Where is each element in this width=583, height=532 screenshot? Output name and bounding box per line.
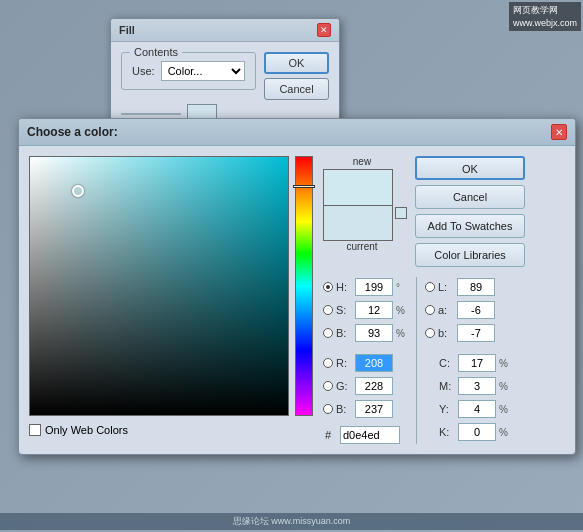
action-buttons: OK Cancel Add To Swatches Color Librarie… (415, 156, 525, 267)
hue-slider-indicator (293, 185, 315, 188)
current-color-box (323, 205, 393, 241)
fill-contents-legend: Contents (130, 46, 182, 58)
h-label: H: (336, 281, 352, 293)
a-label: a: (438, 304, 454, 316)
right-panel: new current (323, 156, 565, 444)
hex-input[interactable]: d0e4ed (340, 426, 400, 444)
watermark-top: 网页教学网 www.webjx.com (509, 2, 581, 31)
hue-slider[interactable] (295, 156, 313, 416)
color-field-cursor (72, 185, 84, 197)
fill-use-label: Use: (132, 65, 155, 77)
a-radio[interactable] (425, 305, 435, 315)
new-color-box (323, 169, 393, 205)
r-input[interactable]: 208 (355, 354, 393, 372)
current-label: current (346, 241, 377, 252)
y-input[interactable]: 4 (458, 400, 496, 418)
color-values-area: H: 199 ° S: 12 % B: 93 (323, 277, 565, 444)
y-row: Y: 4 % (425, 399, 511, 419)
web-colors-label: Only Web Colors (45, 424, 128, 436)
b2-label: B: (336, 403, 352, 415)
color-libraries-button[interactable]: Color Libraries (415, 243, 525, 267)
c-label: C: (439, 357, 455, 369)
g-row: G: 228 (323, 376, 408, 396)
hex-row: # d0e4ed (323, 426, 408, 444)
b-label: B: (336, 327, 352, 339)
a-row: a: -6 (425, 300, 511, 320)
g-input[interactable]: 228 (355, 377, 393, 395)
add-to-swatches-button[interactable]: Add To Swatches (415, 214, 525, 238)
lab-cmyk-col: L: 89 a: -6 b: -7 (425, 277, 511, 444)
l-input[interactable]: 89 (457, 278, 495, 296)
fill-contents-group: Contents Use: Color... (121, 52, 256, 90)
fill-action-buttons: OK Cancel (264, 52, 329, 100)
h-radio[interactable] (323, 282, 333, 292)
k-label: K: (439, 426, 455, 438)
fill-dialog-close-button[interactable]: ✕ (317, 23, 331, 37)
s-radio[interactable] (323, 305, 333, 315)
g-label: G: (336, 380, 352, 392)
r-row: R: 208 (323, 353, 408, 373)
alert-icon (395, 191, 409, 205)
web-colors-checkbox[interactable] (29, 424, 41, 436)
l-row: L: 89 (425, 277, 511, 297)
b-unit: % (396, 328, 408, 339)
r-radio[interactable] (323, 358, 333, 368)
k-row: K: 0 % (425, 422, 511, 442)
h-input[interactable]: 199 (355, 278, 393, 296)
small-color-preview (395, 207, 407, 219)
hsb-rgb-col: H: 199 ° S: 12 % B: 93 (323, 277, 408, 444)
values-divider (416, 277, 417, 444)
fill-dialog-titlebar: Fill ✕ (111, 19, 339, 42)
b2-radio[interactable] (323, 404, 333, 414)
lab-b-label: b: (438, 327, 454, 339)
b2-row: B: 237 (323, 399, 408, 419)
r-label: R: (336, 357, 352, 369)
lab-b-input[interactable]: -7 (457, 324, 495, 342)
c-input[interactable]: 17 (458, 354, 496, 372)
g-radio[interactable] (323, 381, 333, 391)
l-label: L: (438, 281, 454, 293)
y-label: Y: (439, 403, 455, 415)
y-unit: % (499, 404, 511, 415)
s-unit: % (396, 305, 408, 316)
web-colors-row: Only Web Colors (29, 424, 289, 436)
l-radio[interactable] (425, 282, 435, 292)
fill-dialog-title: Fill (119, 24, 135, 36)
color-dialog-titlebar: Choose a color: ✕ (19, 119, 575, 146)
color-cancel-button[interactable]: Cancel (415, 185, 525, 209)
color-picker-area: Only Web Colors (29, 156, 313, 444)
b2-input[interactable]: 237 (355, 400, 393, 418)
c-row: C: 17 % (425, 353, 511, 373)
h-row: H: 199 ° (323, 277, 408, 297)
s-input[interactable]: 12 (355, 301, 393, 319)
k-input[interactable]: 0 (458, 423, 496, 441)
color-dialog-title: Choose a color: (27, 125, 118, 139)
b-input[interactable]: 93 (355, 324, 393, 342)
s-label: S: (336, 304, 352, 316)
color-ok-button[interactable]: OK (415, 156, 525, 180)
s-row: S: 12 % (323, 300, 408, 320)
b-row: B: 93 % (323, 323, 408, 343)
m-row: M: 3 % (425, 376, 511, 396)
fill-cancel-button[interactable]: Cancel (264, 78, 329, 100)
h-unit: ° (396, 282, 408, 293)
fill-ok-button[interactable]: OK (264, 52, 329, 74)
lab-b-row: b: -7 (425, 323, 511, 343)
color-dialog: Choose a color: ✕ Only Web Colors (18, 118, 576, 455)
k-unit: % (499, 427, 511, 438)
m-unit: % (499, 381, 511, 392)
hex-label: # (325, 429, 337, 441)
fill-use-row: Use: Color... (132, 61, 245, 81)
color-field[interactable] (29, 156, 289, 416)
watermark-bottom: 思缘论坛 www.missyuan.com (0, 513, 583, 530)
b-radio[interactable] (323, 328, 333, 338)
c-unit: % (499, 358, 511, 369)
a-input[interactable]: -6 (457, 301, 495, 319)
color-dialog-body: Only Web Colors new (19, 146, 575, 454)
lab-b-radio[interactable] (425, 328, 435, 338)
fill-use-select[interactable]: Color... (161, 61, 245, 81)
color-dialog-close-button[interactable]: ✕ (551, 124, 567, 140)
m-label: M: (439, 380, 455, 392)
m-input[interactable]: 3 (458, 377, 496, 395)
new-label: new (353, 156, 371, 167)
